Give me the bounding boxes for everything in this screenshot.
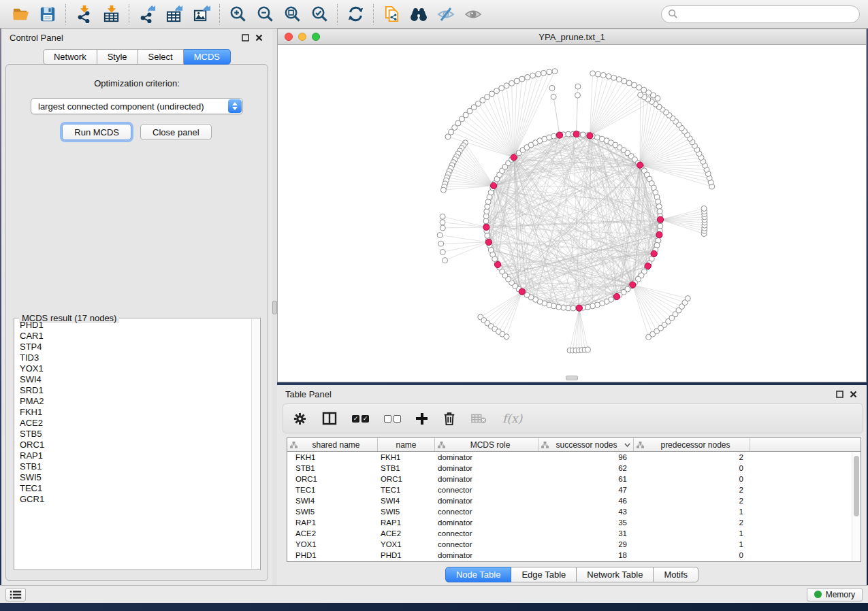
mcds-result-item[interactable]: STB5 [16, 429, 251, 440]
horizontal-splitter-handle[interactable] [566, 376, 578, 380]
cell-MCDS-role: connector [435, 484, 539, 495]
zoom-in-button[interactable] [224, 2, 251, 27]
table-settings-button[interactable] [293, 410, 307, 427]
float-panel-button[interactable] [240, 32, 251, 43]
open-folder-icon [12, 5, 30, 23]
zoom-selected-button[interactable] [306, 2, 333, 27]
column-header-successor-nodes[interactable]: successor nodes [539, 438, 634, 451]
mcds-list-scrollbar[interactable] [251, 319, 259, 569]
float-table-panel-button[interactable] [834, 389, 845, 399]
memory-button[interactable]: Memory [807, 588, 863, 601]
export-network-button[interactable] [133, 2, 161, 27]
tab-node-table[interactable]: Node Table [445, 567, 512, 582]
refresh-button[interactable] [342, 2, 369, 27]
refresh-icon [347, 5, 365, 23]
cell-predecessor-nodes: 1 [634, 539, 750, 550]
cell-MCDS-role: dominator [435, 474, 539, 484]
mcds-result-item[interactable]: SWI4 [16, 374, 251, 385]
task-history-button[interactable] [5, 588, 26, 601]
vertical-splitter[interactable] [272, 29, 277, 585]
delete-button[interactable] [443, 410, 456, 427]
import-network-button[interactable] [70, 2, 97, 27]
export-table-button[interactable] [161, 2, 188, 27]
splitter-handle[interactable] [272, 301, 277, 314]
binoculars-button[interactable] [405, 2, 432, 27]
mcds-result-item[interactable]: GCR1 [16, 494, 251, 505]
run-mcds-button[interactable]: Run MCDS [62, 124, 131, 140]
criterion-select[interactable]: largest connected component (undirected) [31, 98, 243, 114]
network-window-titlebar[interactable]: YPA_prune.txt_1 [278, 29, 866, 45]
zoom-fit-button[interactable] [278, 2, 306, 27]
export-image-button[interactable] [188, 2, 215, 27]
mcds-result-item[interactable]: STP4 [16, 342, 251, 352]
column-header-name[interactable]: name [378, 438, 435, 451]
cell-predecessor-nodes: 1 [634, 528, 750, 539]
save-button[interactable] [34, 2, 61, 27]
mcds-result-item[interactable]: ORC1 [16, 440, 251, 450]
cell-predecessor-nodes: 0 [634, 550, 750, 561]
tab-motifs[interactable]: Motifs [654, 567, 698, 582]
cell-predecessor-nodes: 2 [634, 495, 750, 506]
cell-name: FKH1 [378, 452, 435, 463]
float-icon [242, 34, 249, 42]
table-row[interactable]: YOX1YOX1connector291 [287, 539, 861, 550]
table-row[interactable]: SWI4SWI4dominator462 [287, 495, 861, 506]
mcds-result-item[interactable]: SRD1 [16, 385, 251, 396]
memory-status-dot [814, 591, 822, 598]
add-row-button[interactable] [416, 410, 428, 427]
scrollbar-thumb[interactable] [854, 456, 859, 516]
table-row[interactable]: ORC1ORC1dominator610 [287, 474, 861, 484]
select-stepper-icon [228, 99, 242, 113]
mcds-result-item[interactable]: CAR1 [16, 331, 251, 342]
table-row[interactable]: STB1STB1dominator620 [287, 463, 861, 474]
mcds-result-item[interactable]: PMA2 [16, 396, 251, 407]
deselect-all-button[interactable] [384, 410, 401, 427]
cell-successor-nodes: 35 [539, 517, 634, 528]
close-table-panel-button[interactable] [848, 389, 858, 399]
select-all-button[interactable]: ✓ ✓ [352, 410, 369, 427]
mcds-result-item[interactable]: ACE2 [16, 418, 251, 429]
hide-selected-button[interactable] [432, 2, 460, 27]
mcds-result-item[interactable]: RAP1 [16, 450, 251, 461]
search-input[interactable] [678, 10, 853, 19]
column-header-MCDS-role[interactable]: MCDS role [435, 438, 539, 451]
tab-network[interactable]: Network [43, 49, 97, 65]
search-field[interactable] [661, 5, 860, 23]
new-network-from-selection-button[interactable] [378, 2, 405, 27]
table-scrollbar[interactable] [852, 452, 860, 561]
mcds-result-list[interactable]: PHD1CAR1STP4TID3YOX1SWI4SRD1PMA2FKH1ACE2… [16, 320, 251, 568]
mcds-result-item[interactable]: STB1 [16, 461, 251, 472]
table-row[interactable]: ACE2ACE2connector311 [287, 528, 861, 539]
network-canvas[interactable] [278, 45, 866, 382]
tab-style[interactable]: Style [97, 49, 138, 65]
open-file-button[interactable] [7, 2, 34, 27]
mcds-result-item[interactable]: TEC1 [16, 483, 251, 494]
tab-mcds[interactable]: MCDS [184, 49, 231, 65]
node-table: shared namenameMCDS rolesuccessor nodesp… [287, 437, 861, 562]
tab-network-table[interactable]: Network Table [577, 567, 654, 582]
table-row[interactable]: FKH1FKH1dominator962 [287, 452, 861, 463]
column-header-predecessor-nodes[interactable]: predecessor nodes [634, 438, 750, 451]
mcds-result-item[interactable]: FKH1 [16, 407, 251, 418]
zoom-out-button[interactable] [251, 2, 278, 27]
mcds-result-item[interactable]: PHD1 [16, 320, 251, 331]
column-header-shared-name[interactable]: shared name [287, 438, 378, 451]
close-panel-button[interactable] [253, 32, 264, 43]
table-row[interactable]: SWI5SWI5connector431 [287, 506, 861, 517]
cell-shared-name: TEC1 [287, 484, 378, 495]
zoom-selected-icon [310, 5, 329, 23]
close-panel-action-button[interactable]: Close panel [140, 124, 212, 140]
table-row[interactable]: TEC1TEC1connector472 [287, 484, 861, 495]
cell-predecessor-nodes: 2 [634, 484, 750, 495]
tab-edge-table[interactable]: Edge Table [511, 567, 577, 582]
tab-select[interactable]: Select [138, 49, 184, 65]
import-table-button[interactable] [97, 2, 125, 27]
table-row[interactable]: RAP1RAP1dominator352 [287, 517, 861, 528]
table-row[interactable]: PHD1PHD1dominator180 [287, 550, 861, 561]
trash-icon [443, 411, 456, 426]
show-columns-button[interactable] [322, 410, 337, 427]
mcds-result-item[interactable]: SWI5 [16, 472, 251, 483]
show-all-button[interactable] [460, 2, 487, 27]
mcds-result-item[interactable]: TID3 [16, 352, 251, 363]
mcds-result-item[interactable]: YOX1 [16, 363, 251, 374]
